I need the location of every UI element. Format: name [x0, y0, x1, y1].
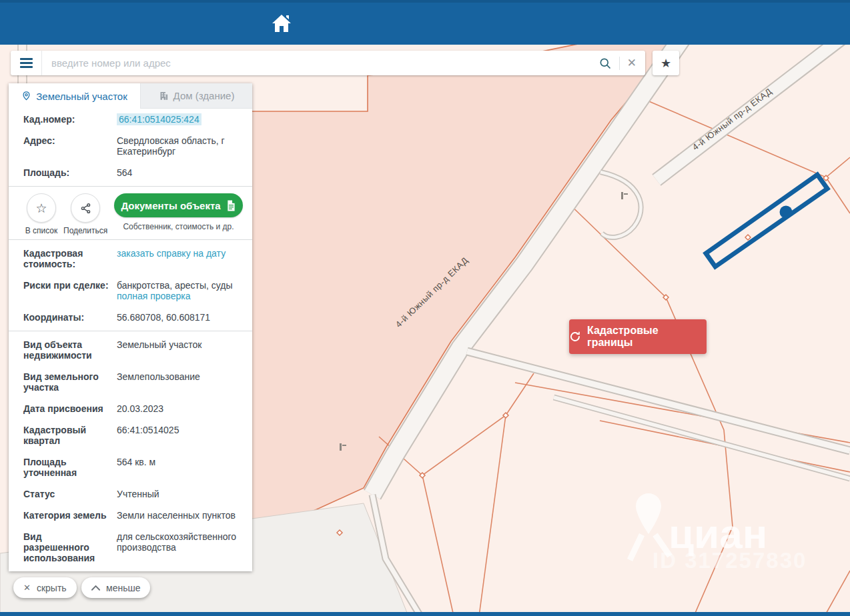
menu-button[interactable] — [11, 51, 42, 75]
refresh-icon — [569, 331, 581, 343]
address-value: Свердловская область, г Екатеринбург — [117, 135, 244, 157]
attribute-row: Вид земельного участка Землепользование — [9, 366, 252, 398]
search-divider — [619, 57, 620, 70]
star-icon: ★ — [661, 56, 671, 71]
top-navigation-bar — [0, 0, 850, 45]
bottom-bar — [0, 612, 850, 616]
tab-house-building[interactable]: Дом (здание) — [140, 83, 252, 109]
home-icon — [270, 13, 293, 33]
watermark-id: ID 317257830 — [653, 548, 807, 573]
hide-panel-button[interactable]: ✕ скрыть — [13, 577, 77, 598]
object-documents-caption: Собственник, стоимость и др. — [114, 222, 243, 231]
panel-divider — [9, 331, 252, 331]
map-pin-icon — [21, 91, 31, 101]
coordinates-value: 56.680708, 60.608171 — [117, 312, 244, 323]
star-outline-icon: ☆ — [35, 201, 47, 216]
share-icon — [80, 203, 91, 214]
attribute-row: Площадь: 564 — [9, 162, 252, 183]
collapse-panel-button[interactable]: меньше — [81, 577, 150, 598]
hamburger-icon — [20, 58, 33, 60]
panel-divider — [9, 239, 252, 240]
close-icon: ✕ — [23, 583, 31, 592]
clear-search-icon[interactable]: ✕ — [627, 57, 636, 69]
attribute-row: Статус Учтенный — [9, 483, 252, 505]
app-window: 4-й Южный пр-д ЕКАД 4-й Южный пр-д ЕКАД … — [0, 0, 850, 616]
chevron-up-icon — [91, 585, 100, 591]
home-button[interactable] — [268, 9, 295, 36]
collapse-panel-label: меньше — [106, 583, 140, 593]
risks-value: банкротства, аресты, суды — [117, 280, 233, 291]
parcel-attributes: Кад.номер: 66:41:0514025:424 Адрес: Свер… — [9, 109, 252, 571]
tab-land-parcel[interactable]: Земельный участок — [9, 83, 140, 109]
cadastral-boundaries-button[interactable]: Кадастровые границы — [569, 319, 707, 354]
panel-tabs: Земельный участок Дом (здание) — [9, 83, 252, 109]
object-documents: Документы объекта Собственник, стоимость… — [114, 193, 243, 231]
add-to-list-button[interactable]: ☆ В список — [19, 193, 63, 235]
attribute-row: Вид разрешенного использования для сельс… — [9, 526, 252, 569]
favorites-button[interactable]: ★ — [653, 51, 679, 75]
tab-land-parcel-label: Земельный участок — [36, 91, 127, 102]
selected-parcel-marker[interactable] — [780, 206, 793, 219]
attribute-row: Площадь уточненная 564 кв. м — [9, 451, 252, 483]
cad-number-link[interactable]: 66:41:0514025:424 — [117, 113, 201, 125]
search-input[interactable] — [42, 51, 598, 75]
building-icon — [159, 91, 169, 101]
attribute-row: Риски при сделке: банкротства, аресты, с… — [9, 275, 252, 307]
panel-actions: ☆ В список Поделиться Документы объекта — [9, 189, 252, 237]
share-label: Поделиться — [63, 226, 107, 235]
panel-divider — [9, 186, 252, 187]
object-documents-button[interactable]: Документы объекта — [114, 193, 243, 217]
attribute-row: Дата присвоения 20.03.2023 — [9, 398, 252, 419]
attribute-row: Вид объекта недвижимости Земельный участ… — [9, 334, 252, 366]
hide-panel-label: скрыть — [37, 583, 67, 593]
object-documents-label: Документы объекта — [121, 200, 220, 211]
search-bar: ✕ — [11, 51, 645, 75]
attribute-row: Адрес: Свердловская область, г Екатеринб… — [9, 130, 252, 162]
attribute-row: Кадастровая стоимость: заказать справку … — [9, 243, 252, 275]
attribute-row: Координаты: 56.680708, 60.608171 — [9, 307, 252, 328]
full-check-link[interactable]: полная проверка — [117, 291, 190, 301]
attribute-row: Категория земель Земли населенных пункто… — [9, 505, 252, 526]
search-icon[interactable] — [598, 57, 612, 70]
order-certificate-link[interactable]: заказать справку на дату — [117, 248, 226, 259]
attribute-row: Кадастровый квартал 66:41:0514025 — [9, 419, 252, 451]
cadastral-boundaries-label: Кадастровые границы — [587, 325, 707, 349]
share-button[interactable]: Поделиться — [63, 193, 107, 235]
tab-house-building-label: Дом (здание) — [173, 90, 235, 101]
parcel-info-panel: Земельный участок Дом (здание) Кад.номер… — [9, 83, 252, 571]
add-to-list-label: В список — [19, 226, 63, 235]
document-icon — [226, 200, 236, 211]
attribute-row: Форма собственности Частная — [9, 569, 252, 571]
area-value: 564 — [117, 167, 244, 178]
attribute-row: Кад.номер: 66:41:0514025:424 — [9, 109, 252, 130]
search-bar-icons: ✕ — [598, 57, 645, 70]
